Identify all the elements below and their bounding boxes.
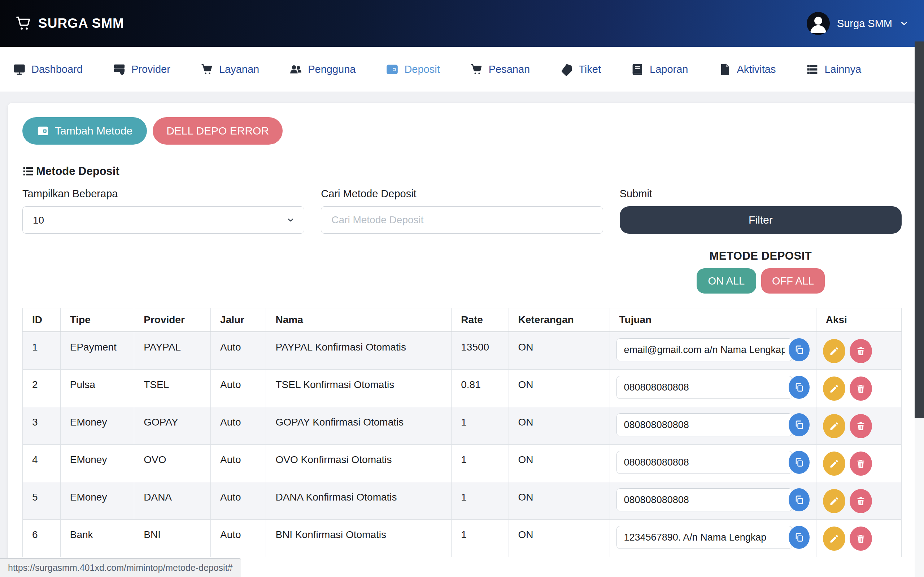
- nav-item-provider[interactable]: Provider: [113, 63, 170, 76]
- cell-jalur: Auto: [211, 445, 266, 482]
- cell-keterangan: ON: [509, 407, 610, 445]
- bulk-heading: METODE DEPOSIT: [709, 250, 812, 263]
- user-name: Surga SMM: [837, 18, 892, 29]
- table-row: 3 EMoney GOPAY Auto GOPAY Konfirmasi Oto…: [23, 407, 901, 445]
- tujuan-input[interactable]: [617, 488, 792, 511]
- edit-button[interactable]: [823, 527, 845, 551]
- cell-jalur: Auto: [211, 407, 266, 445]
- cell-provider: GOPAY: [134, 407, 211, 445]
- user-menu[interactable]: Surga SMM: [807, 12, 909, 35]
- cell-tipe: Bank: [60, 520, 134, 557]
- pencil-icon: [829, 384, 839, 394]
- table-row: 2 Pulsa TSEL Auto TSEL Konfirmasi Otomat…: [23, 370, 901, 407]
- copy-button[interactable]: [789, 413, 809, 436]
- column-header-tipe: Tipe: [60, 308, 134, 332]
- scrollbar-thumb[interactable]: [914, 42, 924, 418]
- cell-keterangan: ON: [509, 520, 610, 557]
- cell-provider: OVO: [134, 445, 211, 482]
- nav-item-aktivitas[interactable]: Aktivitas: [718, 63, 775, 76]
- cell-provider: DANA: [134, 482, 211, 520]
- show-count-select[interactable]: 10: [23, 206, 304, 234]
- cell-aksi: [816, 482, 901, 520]
- cell-provider: PAYPAL: [134, 332, 211, 370]
- tujuan-input[interactable]: [617, 413, 792, 436]
- edit-button[interactable]: [823, 377, 845, 401]
- nav-item-dashboard[interactable]: Dashboard: [13, 63, 82, 76]
- cell-tipe: EMoney: [60, 407, 134, 445]
- cell-nama: GOPAY Konfirmasi Otomatis: [266, 407, 452, 445]
- cell-rate: 1: [452, 482, 509, 520]
- edit-button[interactable]: [823, 414, 845, 438]
- submit-label: Submit: [620, 188, 901, 200]
- pencil-icon: [829, 496, 839, 506]
- cell-jalur: Auto: [211, 370, 266, 407]
- cell-tipe: EMoney: [60, 482, 134, 520]
- copy-button[interactable]: [789, 526, 809, 549]
- edit-button[interactable]: [823, 489, 845, 513]
- filter-button[interactable]: Filter: [620, 206, 901, 234]
- copy-icon: [794, 457, 804, 467]
- cell-rate: 0.81: [452, 370, 509, 407]
- nav-item-layanan[interactable]: Layanan: [201, 63, 259, 76]
- content-card: Tambah Metode DELL DEPO ERROR Metode Dep…: [8, 103, 916, 577]
- nav-item-deposit[interactable]: Deposit: [386, 63, 439, 76]
- table-row: 4 EMoney OVO Auto OVO Konfirmasi Otomati…: [23, 445, 901, 482]
- edit-button[interactable]: [823, 451, 845, 475]
- cell-id: 6: [23, 520, 61, 557]
- cell-tujuan: [610, 482, 816, 520]
- trash-icon: [856, 384, 866, 394]
- copy-button[interactable]: [789, 338, 809, 361]
- edit-button[interactable]: [823, 339, 845, 363]
- tujuan-input[interactable]: [617, 451, 792, 474]
- list-icon: [806, 63, 819, 76]
- avatar: [807, 12, 830, 35]
- tujuan-input[interactable]: [617, 376, 792, 399]
- tujuan-input[interactable]: [617, 338, 792, 361]
- delete-button[interactable]: [850, 377, 872, 401]
- top-header: SURGA SMM Surga SMM: [0, 0, 924, 47]
- credit-card-icon: [386, 63, 399, 76]
- cell-nama: DANA Konfirmasi Otomatis: [266, 482, 452, 520]
- copy-button[interactable]: [789, 376, 809, 399]
- delete-button[interactable]: [850, 527, 872, 551]
- off-all-button[interactable]: OFF ALL: [761, 268, 825, 293]
- cell-tipe: EPayment: [60, 332, 134, 370]
- cell-tujuan: [610, 407, 816, 445]
- pencil-icon: [829, 421, 839, 431]
- file-icon: [718, 63, 731, 76]
- nav-item-pesanan[interactable]: Pesanan: [470, 63, 530, 76]
- cell-jalur: Auto: [211, 332, 266, 370]
- chevron-down-icon: [900, 19, 909, 28]
- cell-tujuan: [610, 445, 816, 482]
- table-row: 6 Bank BNI Auto BNI Konfirmasi Otomatis …: [23, 520, 901, 557]
- cell-aksi: [816, 332, 901, 370]
- delete-button[interactable]: [850, 414, 872, 438]
- cell-rate: 1: [452, 445, 509, 482]
- brand-logo[interactable]: SURGA SMM: [15, 15, 124, 32]
- copy-button[interactable]: [789, 451, 809, 474]
- on-all-button[interactable]: ON ALL: [696, 268, 756, 293]
- search-input[interactable]: [321, 206, 603, 234]
- add-method-button[interactable]: Tambah Metode: [23, 117, 147, 145]
- table-row: 1 EPayment PAYPAL Auto PAYPAL Konfirmasi…: [23, 332, 901, 370]
- list-icon: [23, 166, 34, 177]
- user-icon: [807, 12, 830, 35]
- nav-item-lainnya[interactable]: Lainnya: [806, 63, 861, 76]
- nav-item-tiket[interactable]: Tiket: [560, 63, 601, 76]
- deposit-methods-table: ID Tipe Provider Jalur Nama Rate Keteran…: [23, 308, 901, 557]
- copy-button[interactable]: [789, 488, 809, 511]
- nav-item-pengguna[interactable]: Pengguna: [289, 63, 355, 76]
- delete-button[interactable]: [850, 339, 872, 363]
- delete-button[interactable]: [850, 451, 872, 475]
- cell-keterangan: ON: [509, 332, 610, 370]
- column-header-keterangan: Keterangan: [509, 308, 610, 332]
- cell-id: 2: [23, 370, 61, 407]
- column-header-provider: Provider: [134, 308, 211, 332]
- nav-item-laporan[interactable]: Laporan: [631, 63, 688, 76]
- delete-button[interactable]: [850, 489, 872, 513]
- dell-depo-error-button[interactable]: DELL DEPO ERROR: [153, 117, 283, 145]
- tujuan-input[interactable]: [617, 526, 792, 549]
- cell-provider: TSEL: [134, 370, 211, 407]
- column-header-nama: Nama: [266, 308, 452, 332]
- credit-card-icon: [37, 125, 49, 137]
